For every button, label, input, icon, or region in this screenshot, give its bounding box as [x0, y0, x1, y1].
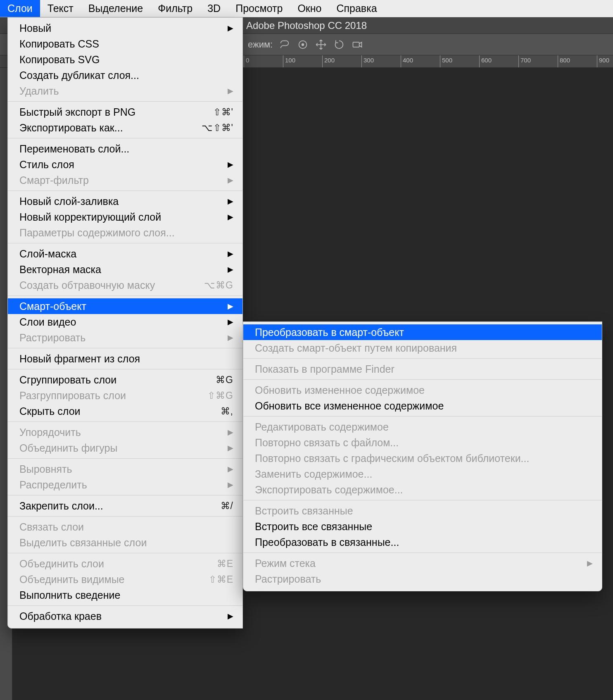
smartobj-menu-item-10: Повторно связать с графическим объектом … — [243, 450, 602, 466]
shortcut-label: ⌥⌘G — [196, 280, 233, 291]
layers-menu-item-6[interactable]: Быстрый экспорт в PNG⇧⌘' — [8, 104, 242, 120]
layers-menu-item-40: Выделить связанные слои — [8, 535, 242, 550]
layers-menu-separator — [8, 553, 242, 553]
layers-menu-item-10[interactable]: Стиль слоя▶ — [8, 157, 242, 172]
layers-menu-item-0[interactable]: Новый▶ — [8, 20, 242, 36]
layers-menu-item-25[interactable]: Новый фрагмент из слоя — [8, 351, 242, 367]
layers-menu-item-label: Удалить — [19, 85, 219, 97]
layers-menu-item-18[interactable]: Векторная маска▶ — [8, 262, 242, 277]
layers-menu-item-17[interactable]: Слой-маска▶ — [8, 246, 242, 262]
layers-menu-item-label: Сгруппировать слои — [19, 374, 190, 386]
layers-menu-item-label: Скрыть слои — [19, 405, 190, 417]
layers-menu-item-label: Распределить — [19, 479, 219, 491]
layers-menu-item-44[interactable]: Выполнить сведение — [8, 587, 242, 603]
menubar-item-3[interactable]: Фильтр — [150, 0, 200, 17]
submenu-arrow-icon: ▶ — [226, 443, 233, 452]
layers-menu-item-27[interactable]: Сгруппировать слои⌘G — [8, 372, 242, 388]
menubar-item-5[interactable]: Просмотр — [228, 0, 290, 17]
smartobj-menu-item-16[interactable]: Преобразовать в связанные... — [243, 534, 602, 550]
smartobj-menu-item-1: Создать смарт-объект путем копирования — [243, 340, 602, 356]
layers-menu-item-4: Удалить▶ — [8, 83, 242, 99]
rotate-icon[interactable] — [333, 38, 345, 51]
smartobj-menu-item-9: Повторно связать с файлом... — [243, 435, 602, 450]
shortcut-label: ⌘E — [196, 558, 233, 569]
submenu-arrow-icon: ▶ — [226, 317, 233, 326]
smartobj-menu-item-15[interactable]: Встроить все связанные — [243, 519, 602, 534]
submenu-arrow-icon: ▶ — [226, 480, 233, 489]
layers-menu-item-46[interactable]: Обработка краев▶ — [8, 608, 242, 624]
submenu-arrow-icon: ▶ — [226, 197, 233, 206]
layers-menu-item-39: Связать слои — [8, 519, 242, 535]
svg-rect-2 — [353, 42, 359, 47]
smartobj-menu-item-label: Экспортировать содержимое... — [255, 484, 593, 496]
smartobj-menu-item-label: Режим стека — [255, 557, 579, 569]
smartobj-menu-separator — [243, 379, 602, 380]
submenu-arrow-icon: ▶ — [226, 249, 233, 258]
layers-menu-item-label: Объединить слои — [19, 558, 190, 570]
shortcut-label: ⇧⌘E — [196, 574, 233, 585]
layers-menu-item-label: Упорядочить — [19, 426, 219, 438]
smartobj-menu-item-3: Показать в программе Finder — [243, 361, 602, 377]
layers-menu-item-22[interactable]: Слои видео▶ — [8, 314, 242, 330]
layers-menu-item-label: Растрировать — [19, 332, 219, 344]
layers-menu-item-28: Разгруппировать слои⇧⌘G — [8, 388, 242, 403]
layers-menu-item-label: Разгруппировать слои — [19, 390, 190, 402]
layers-menu-item-7[interactable]: Экспортировать как...⌥⇧⌘' — [8, 120, 242, 136]
layers-menu-item-label: Создать дубликат слоя... — [19, 69, 233, 81]
layers-menu-separator — [8, 190, 242, 191]
ruler-tick: 400 — [401, 55, 413, 67]
smartobj-menu-item-6[interactable]: Обновить все измененное содержимое — [243, 398, 602, 414]
layers-menu-item-29[interactable]: Скрыть слои⌘, — [8, 403, 242, 419]
menubar-item-1[interactable]: Текст — [40, 0, 81, 17]
layers-menu-item-label: Создать обтравочную маску — [19, 279, 190, 291]
layers-menu-item-label: Закрепить слои... — [19, 500, 190, 512]
smartobj-menu-separator — [243, 552, 602, 553]
layers-menu-separator — [8, 369, 242, 369]
loop-icon[interactable] — [278, 38, 291, 51]
layers-menu-item-label: Выделить связанные слои — [19, 537, 233, 549]
layers-menu-item-21[interactable]: Смарт-объект▶ — [8, 298, 242, 314]
layers-menu-item-3[interactable]: Создать дубликат слоя... — [8, 67, 242, 83]
layers-menu-separator — [8, 348, 242, 348]
target-icon[interactable] — [297, 38, 309, 51]
submenu-arrow-icon: ▶ — [226, 160, 233, 169]
move-icon[interactable] — [315, 38, 327, 51]
layers-menu-item-43: Объединить видимые⇧⌘E — [8, 571, 242, 587]
smartobj-menu-item-label: Обновить измененное содержимое — [255, 384, 593, 396]
smartobj-menu-item-0[interactable]: Преобразовать в смарт-объект — [243, 324, 602, 340]
layers-menu-item-1[interactable]: Копировать CSS — [8, 36, 242, 52]
shortcut-label: ⌘/ — [196, 500, 233, 512]
menubar-item-6[interactable]: Окно — [290, 0, 329, 17]
smartobj-menu-item-label: Обновить все измененное содержимое — [255, 400, 593, 412]
ruler-tick: 900 — [597, 55, 609, 67]
app-title: Adobe Photoshop CC 2018 — [246, 20, 367, 31]
layers-menu-item-9[interactable]: Переименовать слой... — [8, 141, 242, 157]
submenu-arrow-icon: ▶ — [226, 612, 233, 621]
smartobj-menu-item-label: Повторно связать с файлом... — [255, 437, 593, 449]
layers-menu-item-label: Выполнить сведение — [19, 589, 233, 601]
layers-menu-item-label: Экспортировать как... — [19, 122, 190, 134]
menubar-item-2[interactable]: Выделение — [81, 0, 150, 17]
ruler-tick: 300 — [361, 55, 374, 67]
smart-object-submenu: Преобразовать в смарт-объектСоздать смар… — [243, 321, 602, 591]
layers-menu-item-label: Новый слой-заливка — [19, 195, 219, 207]
smartobj-menu-item-label: Редактировать содержимое — [255, 421, 593, 433]
layers-menu-item-37[interactable]: Закрепить слои...⌘/ — [8, 498, 242, 514]
submenu-arrow-icon: ▶ — [226, 176, 233, 185]
layers-menu-item-2[interactable]: Копировать SVG — [8, 52, 242, 67]
camera-icon[interactable] — [351, 38, 364, 51]
layers-menu-item-13[interactable]: Новый слой-заливка▶ — [8, 193, 242, 209]
layers-menu-item-label: Копировать SVG — [19, 54, 233, 66]
smartobj-menu-item-label: Преобразовать в смарт-объект — [255, 326, 593, 338]
layers-menu-item-label: Новый корректирующий слой — [19, 211, 219, 223]
menubar-item-4[interactable]: 3D — [200, 0, 228, 17]
menubar-item-0[interactable]: Слои — [0, 0, 40, 17]
shortcut-label: ⌘G — [196, 374, 233, 386]
layers-menu-item-14[interactable]: Новый корректирующий слой▶ — [8, 209, 242, 225]
options-mode-label: ежим: — [248, 39, 273, 50]
smartobj-menu-item-19: Растрировать — [243, 571, 602, 587]
shortcut-label: ⌥⇧⌘' — [196, 122, 233, 133]
layers-menu-item-35: Распределить▶ — [8, 477, 242, 493]
menubar-item-7[interactable]: Справка — [329, 0, 384, 17]
smartobj-menu-item-12: Экспортировать содержимое... — [243, 482, 602, 498]
